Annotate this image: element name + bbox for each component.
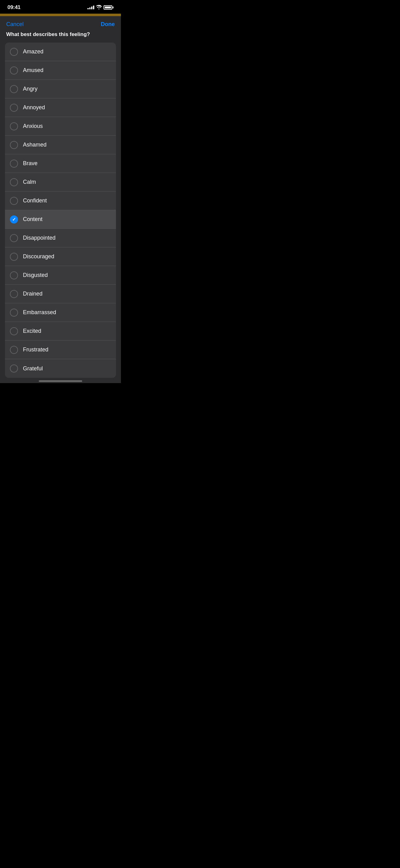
modal-container: Cancel Done What best describes this fee… — [0, 16, 121, 383]
option-item-brave[interactable]: Brave — [5, 154, 116, 173]
top-accent-bar — [0, 14, 121, 16]
option-label-disappointed: Disappointed — [23, 235, 56, 241]
option-item-frustrated[interactable]: Frustrated — [5, 341, 116, 359]
radio-circle-disgusted — [10, 271, 18, 279]
radio-circle-confident — [10, 197, 18, 205]
radio-circle-amazed — [10, 48, 18, 56]
option-label-grateful: Grateful — [23, 365, 43, 372]
status-time: 09:41 — [7, 4, 21, 10]
option-label-disgusted: Disgusted — [23, 272, 48, 278]
option-label-content: Content — [23, 216, 42, 223]
option-item-embarrassed[interactable]: Embarrassed — [5, 303, 116, 322]
radio-circle-annoyed — [10, 104, 18, 112]
option-item-excited[interactable]: Excited — [5, 322, 116, 341]
options-list: AmazedAmusedAngryAnnoyedAnxiousAshamedBr… — [5, 42, 116, 378]
modal-header: Cancel Done — [0, 16, 121, 31]
radio-circle-ashamed — [10, 141, 18, 149]
option-item-amused[interactable]: Amused — [5, 61, 116, 80]
option-label-annoyed: Annoyed — [23, 104, 45, 111]
option-label-discouraged: Discouraged — [23, 253, 54, 260]
cancel-button[interactable]: Cancel — [6, 21, 24, 28]
radio-circle-calm — [10, 178, 18, 186]
radio-circle-anxious — [10, 122, 18, 130]
option-label-angry: Angry — [23, 86, 37, 92]
option-label-ashamed: Ashamed — [23, 142, 46, 148]
radio-circle-drained — [10, 290, 18, 298]
option-item-discouraged[interactable]: Discouraged — [5, 247, 116, 266]
option-item-amazed[interactable]: Amazed — [5, 42, 116, 61]
option-item-drained[interactable]: Drained — [5, 285, 116, 303]
option-item-ashamed[interactable]: Ashamed — [5, 136, 116, 154]
option-label-amused: Amused — [23, 67, 43, 73]
option-label-embarrassed: Embarrassed — [23, 309, 56, 316]
option-item-disgusted[interactable]: Disgusted — [5, 266, 116, 285]
radio-circle-excited — [10, 327, 18, 335]
option-label-excited: Excited — [23, 328, 41, 334]
wifi-icon — [96, 5, 102, 10]
option-label-calm: Calm — [23, 179, 36, 185]
option-item-disappointed[interactable]: Disappointed — [5, 229, 116, 247]
radio-circle-disappointed — [10, 234, 18, 242]
status-bar: 09:41 — [0, 0, 121, 14]
modal-question: What best describes this feeling? — [0, 31, 121, 42]
status-icons — [88, 5, 113, 10]
option-item-anxious[interactable]: Anxious — [5, 117, 116, 136]
done-button[interactable]: Done — [101, 21, 115, 28]
radio-circle-grateful — [10, 365, 18, 373]
option-label-frustrated: Frustrated — [23, 346, 48, 353]
option-label-amazed: Amazed — [23, 49, 43, 55]
home-bar — [39, 380, 82, 382]
radio-circle-angry — [10, 85, 18, 93]
radio-circle-discouraged — [10, 253, 18, 261]
option-item-annoyed[interactable]: Annoyed — [5, 98, 116, 117]
home-indicator — [0, 378, 121, 383]
radio-circle-brave — [10, 160, 18, 168]
option-label-brave: Brave — [23, 160, 37, 167]
battery-icon — [104, 5, 113, 10]
option-item-calm[interactable]: Calm — [5, 173, 116, 191]
option-label-confident: Confident — [23, 197, 47, 204]
option-label-anxious: Anxious — [23, 123, 43, 129]
radio-circle-frustrated — [10, 346, 18, 354]
option-item-confident[interactable]: Confident — [5, 191, 116, 210]
option-label-drained: Drained — [23, 290, 42, 297]
option-item-angry[interactable]: Angry — [5, 80, 116, 98]
radio-circle-embarrassed — [10, 309, 18, 317]
option-item-content[interactable]: Content — [5, 210, 116, 229]
option-item-grateful[interactable]: Grateful — [5, 359, 116, 378]
radio-circle-amused — [10, 66, 18, 74]
signal-icon — [88, 6, 94, 9]
radio-circle-content — [10, 215, 18, 223]
